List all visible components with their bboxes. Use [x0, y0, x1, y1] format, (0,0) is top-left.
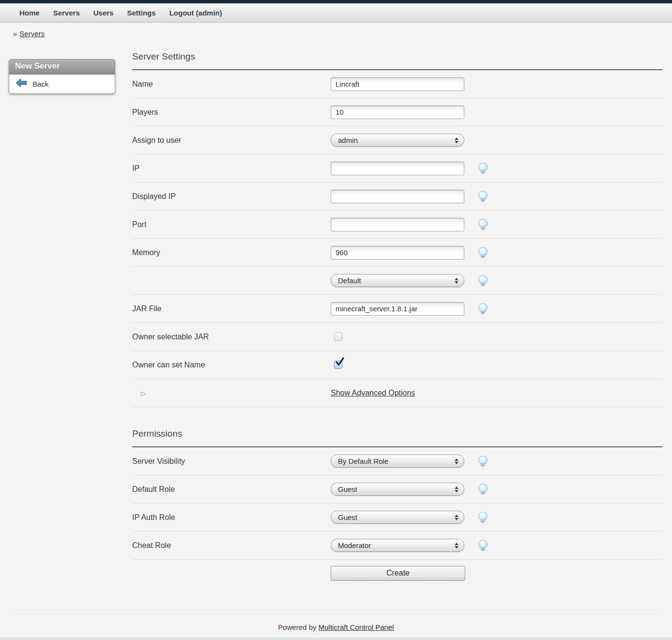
form-row-name: Name — [132, 70, 662, 98]
nav-item-settings[interactable]: Settings — [120, 4, 162, 22]
port-field[interactable] — [331, 218, 464, 231]
selected-value: Moderator — [338, 541, 371, 549]
form-row-players: Players — [132, 98, 662, 126]
server-visibility-select[interactable]: By Default Role — [331, 455, 464, 468]
field-label: Players — [132, 108, 331, 117]
stepper-icon — [455, 278, 458, 284]
window-top-strip — [0, 0, 672, 3]
nav-item-home[interactable]: Home — [13, 4, 46, 22]
displayed-ip-field[interactable] — [331, 190, 464, 203]
form-row-owner-selectable-jar: Owner selectable JAR — [132, 323, 662, 351]
breadcrumb: »Servers — [13, 30, 672, 38]
main-content: Server Settings Name Players Assign to u… — [132, 51, 662, 595]
default-role-select[interactable]: Guest — [331, 483, 464, 496]
form-row-memory: Memory — [132, 239, 662, 267]
hint-bulb-icon[interactable] — [477, 484, 489, 495]
show-advanced-options-link[interactable]: Show Advanced Options — [331, 389, 415, 397]
hint-bulb-icon[interactable] — [477, 540, 489, 551]
ip-field[interactable] — [331, 162, 464, 175]
form-row-assign-to-user: Assign to user admin — [132, 126, 662, 154]
form-row-owner-can-set-name: Owner can set Name — [132, 351, 662, 379]
hint-bulb-icon[interactable] — [477, 163, 489, 174]
jar-file-field[interactable] — [331, 302, 464, 316]
footer-text: Powered by — [278, 623, 316, 631]
form-row-port: Port — [132, 211, 662, 239]
field-label: Default Role — [132, 485, 331, 494]
multicraft-link[interactable]: Multicraft Control Panel — [319, 623, 394, 631]
hint-bulb-icon[interactable] — [477, 247, 489, 259]
field-label: Name — [132, 80, 331, 89]
stepper-icon — [455, 458, 458, 464]
owner-can-set-name-checkbox[interactable] — [334, 361, 342, 369]
breadcrumb-marker: » — [13, 30, 17, 38]
stepper-icon — [455, 487, 458, 492]
footer: Powered by Multicraft Control Panel — [13, 613, 659, 631]
field-label: Owner selectable JAR — [132, 333, 331, 341]
form-row-cheat-role: Cheat Role Moderator — [132, 532, 662, 560]
field-label: JAR File — [132, 305, 331, 313]
stepper-icon — [455, 515, 458, 520]
back-button-label: Back — [32, 80, 48, 88]
stepper-icon — [455, 137, 458, 143]
back-button[interactable]: Back — [9, 75, 115, 93]
form-row-jar-file: JAR File — [132, 295, 662, 323]
hint-bulb-icon[interactable] — [477, 275, 489, 287]
create-row: Create — [132, 560, 662, 595]
breadcrumb-link-servers[interactable]: Servers — [19, 30, 45, 38]
back-arrow-icon — [15, 78, 27, 89]
nav-item-logout[interactable]: Logout (admin) — [163, 4, 229, 22]
form-row-default-role: Default Role Guest — [132, 475, 662, 503]
default-select[interactable]: Default — [331, 274, 464, 287]
field-label: Port — [132, 220, 331, 229]
field-label: IP — [132, 164, 331, 173]
ip-auth-role-select[interactable]: Guest — [331, 511, 464, 524]
field-label: Displayed IP — [132, 192, 331, 201]
nav-item-users[interactable]: Users — [87, 4, 121, 22]
form-row-displayed-ip: Displayed IP — [132, 183, 662, 211]
field-label: Server Visibility — [132, 457, 331, 466]
nav-item-servers[interactable]: Servers — [46, 4, 87, 22]
field-label: Cheat Role — [132, 541, 331, 550]
field-label: Assign to user — [132, 136, 331, 145]
panel-title: New Server — [9, 60, 115, 75]
name-field[interactable] — [331, 77, 464, 91]
selected-value: Default — [338, 276, 361, 285]
form-row-ip-auth-role: IP Auth Role Guest — [132, 503, 662, 532]
memory-field[interactable] — [331, 246, 464, 259]
main-nav: Home Servers Users Settings Logout (admi… — [0, 3, 672, 23]
bottom-strip — [0, 638, 672, 640]
selected-value: By Default Role — [338, 457, 388, 465]
server-settings-heading: Server Settings — [132, 51, 662, 62]
form-row-ip: IP — [132, 154, 662, 183]
permissions-heading: Permissions — [132, 428, 662, 439]
field-label: Owner can set Name — [132, 361, 331, 369]
form-row-server-visibility: Server Visibility By Default Role — [132, 447, 662, 475]
stepper-icon — [455, 543, 458, 549]
selected-value: Guest — [338, 513, 357, 521]
create-button[interactable]: Create — [331, 566, 465, 580]
new-server-panel: New Server Back — [9, 59, 115, 94]
selected-value: admin — [338, 136, 358, 144]
hint-bulb-icon[interactable] — [477, 191, 489, 202]
form-row-default: Default — [132, 267, 662, 295]
field-label: IP Auth Role — [132, 513, 331, 522]
form-row-advanced-options: ▷ Show Advanced Options — [132, 379, 662, 407]
field-label: Memory — [132, 248, 331, 257]
hint-bulb-icon[interactable] — [477, 219, 489, 230]
cheat-role-select[interactable]: Moderator — [331, 539, 464, 552]
owner-selectable-jar-checkbox[interactable] — [334, 333, 342, 341]
hint-bulb-icon[interactable] — [477, 512, 489, 523]
hint-bulb-icon[interactable] — [477, 303, 489, 315]
selected-value: Guest — [338, 485, 357, 493]
triangle-collapsed-icon[interactable]: ▷ — [141, 390, 146, 397]
assign-to-user-select[interactable]: admin — [331, 134, 464, 147]
hint-bulb-icon[interactable] — [477, 456, 489, 467]
players-field[interactable] — [331, 106, 464, 119]
